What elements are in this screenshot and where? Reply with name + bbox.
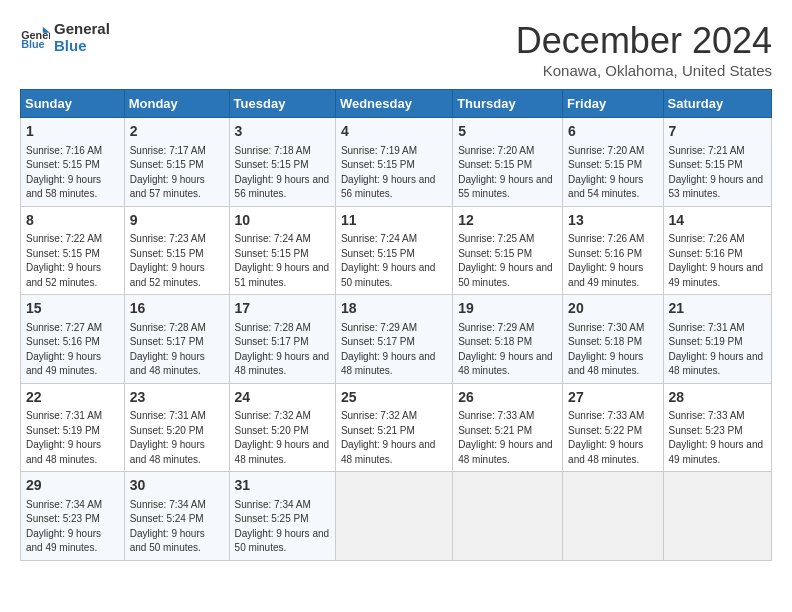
header-row: SundayMondayTuesdayWednesdayThursdayFrid… <box>21 90 772 118</box>
day-info: Sunrise: 7:26 AM Sunset: 5:16 PM Dayligh… <box>669 232 766 290</box>
day-number: 16 <box>130 299 224 319</box>
day-number: 11 <box>341 211 447 231</box>
day-cell: 28 Sunrise: 7:33 AM Sunset: 5:23 PM Dayl… <box>663 383 771 472</box>
day-info: Sunrise: 7:24 AM Sunset: 5:15 PM Dayligh… <box>235 232 330 290</box>
day-cell: 10 Sunrise: 7:24 AM Sunset: 5:15 PM Dayl… <box>229 206 335 295</box>
day-cell: 1 Sunrise: 7:16 AM Sunset: 5:15 PM Dayli… <box>21 118 125 207</box>
day-number: 9 <box>130 211 224 231</box>
day-number: 30 <box>130 476 224 496</box>
day-cell: 24 Sunrise: 7:32 AM Sunset: 5:20 PM Dayl… <box>229 383 335 472</box>
day-info: Sunrise: 7:33 AM Sunset: 5:22 PM Dayligh… <box>568 409 657 467</box>
logo-icon: General Blue <box>20 22 50 52</box>
day-cell: 11 Sunrise: 7:24 AM Sunset: 5:15 PM Dayl… <box>335 206 452 295</box>
day-cell: 26 Sunrise: 7:33 AM Sunset: 5:21 PM Dayl… <box>453 383 563 472</box>
day-cell: 23 Sunrise: 7:31 AM Sunset: 5:20 PM Dayl… <box>124 383 229 472</box>
day-number: 6 <box>568 122 657 142</box>
day-cell: 27 Sunrise: 7:33 AM Sunset: 5:22 PM Dayl… <box>563 383 663 472</box>
day-cell: 12 Sunrise: 7:25 AM Sunset: 5:15 PM Dayl… <box>453 206 563 295</box>
header: General Blue General Blue December 2024 … <box>20 20 772 79</box>
day-cell: 7 Sunrise: 7:21 AM Sunset: 5:15 PM Dayli… <box>663 118 771 207</box>
day-cell: 20 Sunrise: 7:30 AM Sunset: 5:18 PM Dayl… <box>563 295 663 384</box>
week-row-5: 29 Sunrise: 7:34 AM Sunset: 5:23 PM Dayl… <box>21 472 772 561</box>
day-number: 4 <box>341 122 447 142</box>
day-header-thursday: Thursday <box>453 90 563 118</box>
day-cell: 3 Sunrise: 7:18 AM Sunset: 5:15 PM Dayli… <box>229 118 335 207</box>
calendar-table: SundayMondayTuesdayWednesdayThursdayFrid… <box>20 89 772 561</box>
day-info: Sunrise: 7:24 AM Sunset: 5:15 PM Dayligh… <box>341 232 447 290</box>
day-header-friday: Friday <box>563 90 663 118</box>
day-info: Sunrise: 7:16 AM Sunset: 5:15 PM Dayligh… <box>26 144 119 202</box>
day-info: Sunrise: 7:22 AM Sunset: 5:15 PM Dayligh… <box>26 232 119 290</box>
day-info: Sunrise: 7:18 AM Sunset: 5:15 PM Dayligh… <box>235 144 330 202</box>
day-number: 2 <box>130 122 224 142</box>
day-info: Sunrise: 7:33 AM Sunset: 5:23 PM Dayligh… <box>669 409 766 467</box>
day-cell: 4 Sunrise: 7:19 AM Sunset: 5:15 PM Dayli… <box>335 118 452 207</box>
week-row-2: 8 Sunrise: 7:22 AM Sunset: 5:15 PM Dayli… <box>21 206 772 295</box>
day-number: 26 <box>458 388 557 408</box>
calendar-title: December 2024 <box>516 20 772 62</box>
day-number: 25 <box>341 388 447 408</box>
day-number: 13 <box>568 211 657 231</box>
day-info: Sunrise: 7:17 AM Sunset: 5:15 PM Dayligh… <box>130 144 224 202</box>
day-cell: 15 Sunrise: 7:27 AM Sunset: 5:16 PM Dayl… <box>21 295 125 384</box>
day-info: Sunrise: 7:28 AM Sunset: 5:17 PM Dayligh… <box>235 321 330 379</box>
day-info: Sunrise: 7:31 AM Sunset: 5:19 PM Dayligh… <box>669 321 766 379</box>
week-row-3: 15 Sunrise: 7:27 AM Sunset: 5:16 PM Dayl… <box>21 295 772 384</box>
day-number: 5 <box>458 122 557 142</box>
day-number: 7 <box>669 122 766 142</box>
week-row-4: 22 Sunrise: 7:31 AM Sunset: 5:19 PM Dayl… <box>21 383 772 472</box>
day-cell: 22 Sunrise: 7:31 AM Sunset: 5:19 PM Dayl… <box>21 383 125 472</box>
day-info: Sunrise: 7:23 AM Sunset: 5:15 PM Dayligh… <box>130 232 224 290</box>
day-info: Sunrise: 7:20 AM Sunset: 5:15 PM Dayligh… <box>458 144 557 202</box>
day-info: Sunrise: 7:20 AM Sunset: 5:15 PM Dayligh… <box>568 144 657 202</box>
day-number: 15 <box>26 299 119 319</box>
day-info: Sunrise: 7:29 AM Sunset: 5:17 PM Dayligh… <box>341 321 447 379</box>
day-header-monday: Monday <box>124 90 229 118</box>
day-number: 23 <box>130 388 224 408</box>
day-info: Sunrise: 7:34 AM Sunset: 5:25 PM Dayligh… <box>235 498 330 556</box>
day-info: Sunrise: 7:32 AM Sunset: 5:21 PM Dayligh… <box>341 409 447 467</box>
day-cell: 13 Sunrise: 7:26 AM Sunset: 5:16 PM Dayl… <box>563 206 663 295</box>
day-info: Sunrise: 7:32 AM Sunset: 5:20 PM Dayligh… <box>235 409 330 467</box>
day-info: Sunrise: 7:31 AM Sunset: 5:20 PM Dayligh… <box>130 409 224 467</box>
day-number: 8 <box>26 211 119 231</box>
day-number: 10 <box>235 211 330 231</box>
day-cell: 30 Sunrise: 7:34 AM Sunset: 5:24 PM Dayl… <box>124 472 229 561</box>
day-number: 20 <box>568 299 657 319</box>
day-info: Sunrise: 7:34 AM Sunset: 5:23 PM Dayligh… <box>26 498 119 556</box>
day-header-saturday: Saturday <box>663 90 771 118</box>
day-cell: 18 Sunrise: 7:29 AM Sunset: 5:17 PM Dayl… <box>335 295 452 384</box>
day-number: 17 <box>235 299 330 319</box>
day-number: 14 <box>669 211 766 231</box>
day-number: 22 <box>26 388 119 408</box>
day-info: Sunrise: 7:19 AM Sunset: 5:15 PM Dayligh… <box>341 144 447 202</box>
day-info: Sunrise: 7:21 AM Sunset: 5:15 PM Dayligh… <box>669 144 766 202</box>
day-cell <box>663 472 771 561</box>
day-cell: 2 Sunrise: 7:17 AM Sunset: 5:15 PM Dayli… <box>124 118 229 207</box>
day-cell <box>563 472 663 561</box>
day-cell: 25 Sunrise: 7:32 AM Sunset: 5:21 PM Dayl… <box>335 383 452 472</box>
day-cell: 21 Sunrise: 7:31 AM Sunset: 5:19 PM Dayl… <box>663 295 771 384</box>
day-info: Sunrise: 7:30 AM Sunset: 5:18 PM Dayligh… <box>568 321 657 379</box>
day-number: 18 <box>341 299 447 319</box>
day-info: Sunrise: 7:28 AM Sunset: 5:17 PM Dayligh… <box>130 321 224 379</box>
day-header-sunday: Sunday <box>21 90 125 118</box>
logo: General Blue General Blue <box>20 20 110 55</box>
svg-text:Blue: Blue <box>21 39 44 51</box>
day-info: Sunrise: 7:33 AM Sunset: 5:21 PM Dayligh… <box>458 409 557 467</box>
day-info: Sunrise: 7:31 AM Sunset: 5:19 PM Dayligh… <box>26 409 119 467</box>
day-cell: 16 Sunrise: 7:28 AM Sunset: 5:17 PM Dayl… <box>124 295 229 384</box>
day-cell: 17 Sunrise: 7:28 AM Sunset: 5:17 PM Dayl… <box>229 295 335 384</box>
title-area: December 2024 Konawa, Oklahoma, United S… <box>516 20 772 79</box>
day-cell <box>335 472 452 561</box>
day-cell: 9 Sunrise: 7:23 AM Sunset: 5:15 PM Dayli… <box>124 206 229 295</box>
day-number: 28 <box>669 388 766 408</box>
calendar-subtitle: Konawa, Oklahoma, United States <box>516 62 772 79</box>
day-number: 19 <box>458 299 557 319</box>
day-cell: 14 Sunrise: 7:26 AM Sunset: 5:16 PM Dayl… <box>663 206 771 295</box>
day-number: 27 <box>568 388 657 408</box>
day-info: Sunrise: 7:26 AM Sunset: 5:16 PM Dayligh… <box>568 232 657 290</box>
day-number: 3 <box>235 122 330 142</box>
day-number: 1 <box>26 122 119 142</box>
day-number: 29 <box>26 476 119 496</box>
